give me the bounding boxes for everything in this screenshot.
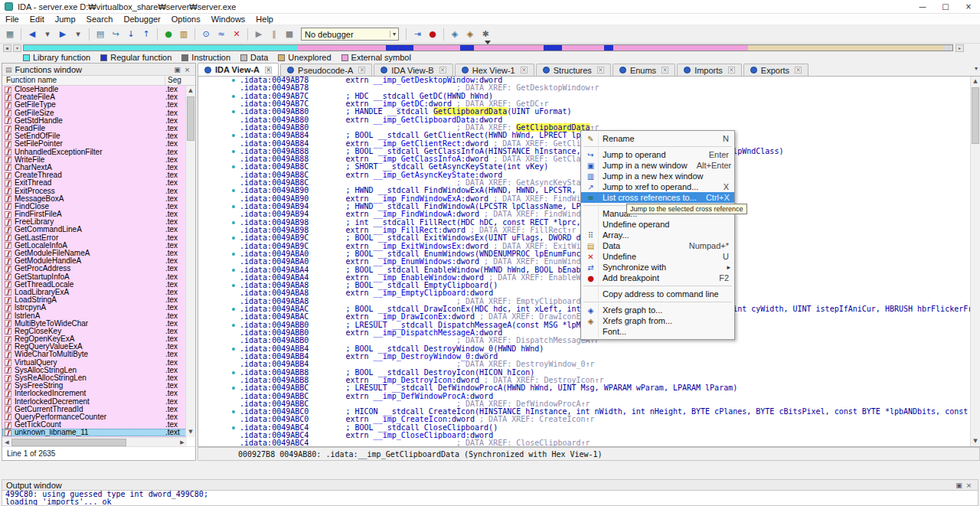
function-row[interactable]: ƒRegOpenKeyExA.tex <box>2 335 187 343</box>
close-button[interactable]: × <box>957 0 980 14</box>
nav-back-icon[interactable]: ◀ <box>25 28 39 41</box>
search-text-icon[interactable]: ≈ <box>214 28 228 41</box>
tab-close-icon[interactable]: × <box>439 67 446 73</box>
scroll-down-icon[interactable]: ▼ <box>186 427 195 437</box>
maximize-button[interactable]: □ <box>934 0 957 14</box>
xrefs-graph-icon[interactable]: ◈ <box>448 28 462 41</box>
attach-process-icon[interactable]: ⇥ <box>410 28 424 41</box>
tab-close-icon[interactable]: × <box>662 67 668 73</box>
menu-file[interactable]: File <box>0 15 24 24</box>
menuitem-jump-to-xref-to-operand[interactable]: ↗Jump to xref to operand...X <box>581 181 734 192</box>
tab-enums[interactable]: Enums× <box>612 64 675 76</box>
function-row[interactable]: ƒGetThreadLocale.tex <box>2 281 187 289</box>
nav-back-menu-icon[interactable]: ▾ <box>41 28 54 41</box>
options-icon[interactable]: ✱ <box>479 28 492 41</box>
flow-graph-icon[interactable]: ◈ <box>463 28 477 41</box>
navband-segment[interactable] <box>604 45 613 51</box>
menu-jump[interactable]: Jump <box>50 15 81 24</box>
function-row[interactable]: ƒFindClose.tex <box>2 203 187 211</box>
menuitem-jump-to-operand[interactable]: ↪Jump to operandEnter <box>581 149 734 160</box>
tab-hex-view-1[interactable]: Hex View-1× <box>455 64 534 76</box>
debug-pause-icon[interactable]: ‖ <box>267 28 281 41</box>
panel-close-icon[interactable]: × <box>964 482 974 489</box>
tab-exports[interactable]: Exports× <box>743 64 808 76</box>
scrollbar-thumb[interactable] <box>972 87 979 144</box>
tab-close-icon[interactable]: × <box>265 67 272 73</box>
function-row[interactable]: ƒFreeLibrary.tex <box>2 218 187 226</box>
navband-segment[interactable] <box>24 45 298 51</box>
tab-ida-view-a[interactable]: IDA View-A× <box>198 63 279 76</box>
scroll-right-icon[interactable]: ▶ <box>178 439 187 446</box>
function-row[interactable]: ƒInterlockedIncrement.tex <box>2 390 187 397</box>
tab-close-icon[interactable]: × <box>358 67 365 73</box>
function-row[interactable]: ƒGetLocaleInfoA.tex <box>2 242 187 250</box>
menu-edit[interactable]: Edit <box>24 15 50 24</box>
function-row[interactable]: ƒReadFile.tex <box>2 125 187 132</box>
scroll-left-icon[interactable]: ◀ <box>2 439 11 446</box>
functions-column-header[interactable]: Function name Seg <box>2 76 195 86</box>
menuitem-xrefs-graph-to[interactable]: ◈Xrefs graph to... <box>581 305 734 315</box>
save-icon[interactable]: ▦ <box>3 28 17 41</box>
navigation-band[interactable] <box>23 44 953 51</box>
menu-windows[interactable]: Windows <box>206 15 251 24</box>
column-segment[interactable]: Seg <box>165 76 195 85</box>
names-window-icon[interactable]: ▥ <box>177 28 191 41</box>
tab-pseudocode-a[interactable]: Pseudocode-A× <box>280 64 372 76</box>
function-row[interactable]: ƒGetFileType.tex <box>2 101 187 109</box>
panel-float-icon[interactable]: ▣ <box>172 66 182 73</box>
panel-float-icon[interactable]: ▣ <box>954 482 964 489</box>
function-row[interactable]: ƒlstrlenA.tex <box>2 312 187 319</box>
tabbar-menu-icon[interactable]: ▾ <box>975 65 978 72</box>
scroll-up-icon[interactable]: ▲ <box>971 77 980 87</box>
scrollbar-thumb[interactable] <box>187 96 194 141</box>
scroll-down-icon[interactable]: ▼ <box>971 436 980 446</box>
navband-segment[interactable] <box>544 45 562 51</box>
menuitem-font[interactable]: Font... <box>581 326 734 337</box>
navband-segment[interactable] <box>298 45 386 51</box>
menuitem-undefine[interactable]: ✕UndefineU <box>581 251 734 262</box>
function-row[interactable]: ƒCharNextA.tex <box>2 164 187 171</box>
menu-options[interactable]: Options <box>166 15 206 24</box>
navband-segment[interactable] <box>386 45 413 51</box>
function-row[interactable]: ƒUnhandledExceptionFilter.tex <box>2 149 187 156</box>
function-row[interactable]: ƒRegCloseKey.tex <box>2 328 187 335</box>
menuitem-synchronize-with[interactable]: ⇄Synchronize with▸ <box>581 262 734 273</box>
navband-segment[interactable] <box>474 45 544 51</box>
navband-segment[interactable] <box>748 45 943 51</box>
menuitem-data[interactable]: ▤DataNumpad+* <box>581 240 734 251</box>
menuitem-jump-in-a-new-hex-window[interactable]: ▥Jump in a new hex window <box>581 171 734 181</box>
debug-run-icon[interactable]: ▶ <box>252 28 266 41</box>
menu-help[interactable]: Help <box>250 15 279 24</box>
function-row[interactable]: ƒMultiByteToWideChar.tex <box>2 320 187 328</box>
debug-stop-icon[interactable]: ■ <box>283 28 296 41</box>
function-row[interactable]: ƒSysReAllocStringLen.tex <box>2 374 187 382</box>
menuitem-xrefs-graph-from[interactable]: ◈Xrefs graph from... <box>581 315 734 326</box>
function-row[interactable]: ƒGetModuleFileNameA.tex <box>2 250 187 257</box>
navband-right-button[interactable]: ▸ <box>956 44 964 52</box>
function-row[interactable]: ƒFindFirstFileA.tex <box>2 211 187 218</box>
window-list-icon[interactable]: ▤ <box>93 28 107 41</box>
function-row[interactable]: ƒExitProcess.tex <box>2 187 187 194</box>
function-row[interactable]: ƒInterlockedDecrement.tex <box>2 398 187 406</box>
tab-close-icon[interactable]: × <box>795 67 802 73</box>
output-window-caption[interactable]: Output window ▣ × <box>2 479 978 491</box>
debugger-select[interactable]: No debugger▾ <box>301 28 399 41</box>
function-row[interactable]: ƒunknown_libname_11.text <box>2 429 187 436</box>
function-row[interactable]: ƒVirtualQuery.tex <box>2 359 187 367</box>
functions-window-caption[interactable]: ▤ Functions window ▣ × <box>2 64 195 76</box>
function-row[interactable]: ƒMessageBoxA.tex <box>2 195 187 203</box>
function-row[interactable]: ƒGetStdHandle.tex <box>2 117 187 125</box>
scrollbar-thumb[interactable] <box>11 439 126 446</box>
function-row[interactable]: ƒGetTickCount.tex <box>2 421 187 429</box>
function-row[interactable]: ƒGetFileSize.tex <box>2 109 187 117</box>
panel-close-icon[interactable]: × <box>182 66 192 73</box>
tab-close-icon[interactable]: × <box>521 67 528 73</box>
jump-prev-icon[interactable]: ↑ <box>139 28 153 41</box>
navband-segment[interactable] <box>613 45 748 51</box>
function-row[interactable]: ƒRegQueryValueExA.tex <box>2 343 187 351</box>
function-row[interactable]: ƒWriteFile.tex <box>2 156 187 164</box>
tab-close-icon[interactable]: × <box>597 67 604 73</box>
menuitem-rename[interactable]: ✎RenameN <box>581 133 734 144</box>
tab-close-icon[interactable]: × <box>728 67 735 73</box>
run-analysis-icon[interactable]: ● <box>162 28 175 41</box>
